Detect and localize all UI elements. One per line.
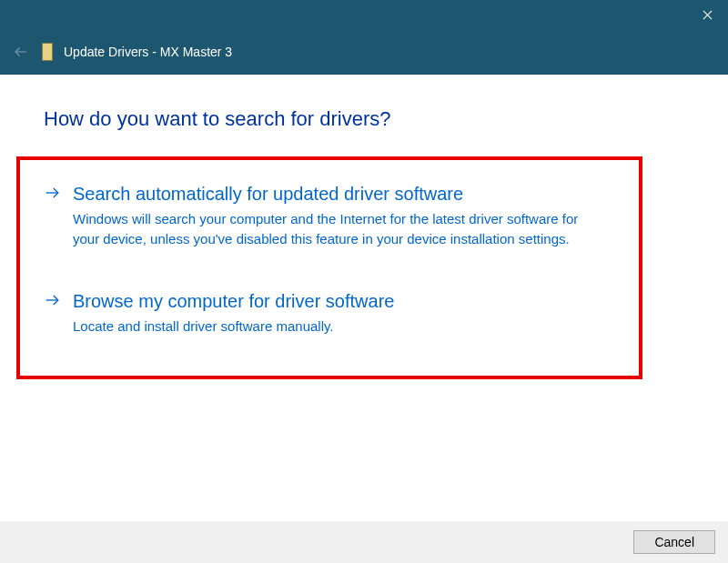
content-area: How do you want to search for drivers? S… xyxy=(0,75,728,379)
header-title: Update Drivers - MX Master 3 xyxy=(64,45,232,59)
close-icon xyxy=(703,10,713,20)
back-arrow-icon xyxy=(13,44,29,60)
device-icon xyxy=(40,43,55,61)
header: Update Drivers - MX Master 3 xyxy=(0,29,728,75)
arrow-right-icon xyxy=(44,184,62,206)
titlebar xyxy=(0,0,728,29)
option-search-automatically[interactable]: Search automatically for updated driver … xyxy=(44,182,615,249)
close-button[interactable] xyxy=(686,0,728,29)
back-button[interactable] xyxy=(7,38,35,65)
option-body: Search automatically for updated driver … xyxy=(73,182,615,249)
page-heading: How do you want to search for drivers? xyxy=(44,107,684,131)
option-description: Locate and install driver software manua… xyxy=(73,317,592,337)
footer: Cancel xyxy=(0,521,728,563)
arrow-right-icon xyxy=(44,291,62,313)
cancel-button[interactable]: Cancel xyxy=(633,530,715,554)
options-highlight-box: Search automatically for updated driver … xyxy=(16,156,642,379)
option-body: Browse my computer for driver software L… xyxy=(73,289,615,337)
option-description: Windows will search your computer and th… xyxy=(73,209,592,249)
option-browse-computer[interactable]: Browse my computer for driver software L… xyxy=(44,289,615,337)
option-title: Search automatically for updated driver … xyxy=(73,182,615,206)
option-title: Browse my computer for driver software xyxy=(73,289,615,313)
